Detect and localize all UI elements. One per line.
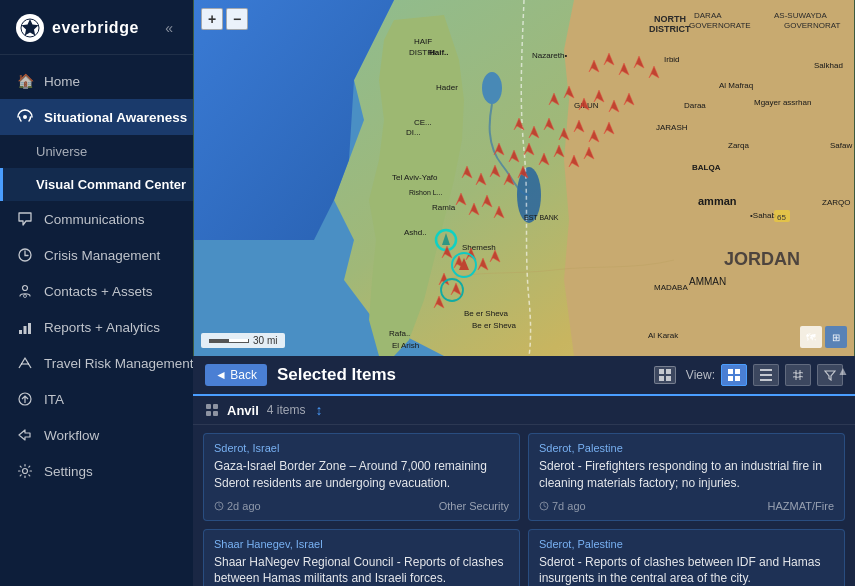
sidebar-item-home[interactable]: 🏠 Home bbox=[0, 63, 193, 99]
sidebar-item-reports-analytics[interactable]: Reports + Analytics bbox=[0, 309, 193, 345]
svg-text:Daraa: Daraa bbox=[684, 101, 706, 110]
sidebar-item-label: Settings bbox=[44, 464, 93, 479]
sidebar-item-contacts-assets[interactable]: Contacts + Assets bbox=[0, 273, 193, 309]
svg-rect-110 bbox=[728, 369, 733, 374]
sidebar-item-label: Reports + Analytics bbox=[44, 320, 160, 335]
svg-rect-109 bbox=[666, 376, 671, 381]
card-time-0: 2d ago bbox=[214, 500, 261, 512]
incident-card-0[interactable]: Sderot, Israel Gaza-Israel Border Zone –… bbox=[203, 433, 520, 521]
panel-sub-header: Anvil 4 items ↕ bbox=[193, 396, 855, 425]
sidebar-item-label: Universe bbox=[36, 144, 87, 159]
svg-text:MADABA: MADABA bbox=[654, 283, 688, 292]
card-footer-1: 7d ago HAZMAT/Fire bbox=[539, 500, 834, 512]
svg-text:NORTH: NORTH bbox=[654, 14, 686, 24]
scale-label: 30 mi bbox=[253, 335, 277, 346]
sidebar-item-settings[interactable]: Settings bbox=[0, 453, 193, 489]
list-view-button[interactable] bbox=[753, 364, 779, 386]
svg-text:DISTRI..: DISTRI.. bbox=[409, 48, 440, 57]
sidebar-item-label: Home bbox=[44, 74, 80, 89]
svg-rect-117 bbox=[206, 404, 211, 409]
group-icon bbox=[205, 403, 219, 417]
reports-icon bbox=[16, 318, 34, 336]
svg-point-9 bbox=[23, 469, 28, 474]
clock-icon-0 bbox=[214, 501, 224, 511]
logo-area: everbridge « bbox=[0, 0, 193, 55]
incident-card-2[interactable]: Shaar Hanegev, Israel Shaar HaNegev Regi… bbox=[203, 529, 520, 586]
zoom-in-button[interactable]: + bbox=[201, 8, 223, 30]
ita-icon bbox=[16, 390, 34, 408]
svg-text:JARASH: JARASH bbox=[656, 123, 688, 132]
svg-text:JORDAN: JORDAN bbox=[724, 249, 800, 269]
back-button[interactable]: ◄ Back bbox=[205, 364, 267, 386]
sidebar-item-label: Situational Awareness bbox=[44, 110, 187, 125]
svg-rect-115 bbox=[760, 374, 772, 376]
sidebar: everbridge « 🏠 Home Situational Awarenes… bbox=[0, 0, 193, 586]
svg-point-16 bbox=[482, 72, 502, 104]
panel-collapse-button[interactable]: ▲ bbox=[837, 364, 849, 378]
svg-rect-120 bbox=[213, 411, 218, 416]
sidebar-item-communications[interactable]: Communications bbox=[0, 201, 193, 237]
card-description-0: Gaza-Israel Border Zone – Around 7,000 r… bbox=[214, 458, 509, 492]
svg-text:DI...: DI... bbox=[406, 128, 421, 137]
sidebar-item-travel-risk[interactable]: Travel Risk Management bbox=[0, 345, 193, 381]
card-description-1: Sderot - Firefighters responding to an i… bbox=[539, 458, 834, 492]
svg-text:GOVERNORAT: GOVERNORAT bbox=[784, 21, 840, 30]
svg-text:BALQA: BALQA bbox=[692, 163, 721, 172]
sidebar-item-ita[interactable]: ITA bbox=[0, 381, 193, 417]
svg-point-4 bbox=[24, 295, 27, 298]
svg-text:Be er Sheva: Be er Sheva bbox=[472, 321, 517, 330]
svg-text:Safaw: Safaw bbox=[830, 141, 852, 150]
view-label: View: bbox=[686, 368, 715, 382]
panel-title: Selected Items bbox=[277, 365, 644, 385]
sidebar-item-visual-command-center[interactable]: Visual Command Center bbox=[0, 168, 193, 201]
sidebar-item-universe[interactable]: Universe bbox=[0, 135, 193, 168]
incident-card-1[interactable]: Sderot, Palestine Sderot - Firefighters … bbox=[528, 433, 845, 521]
map-container[interactable]: NORTH DISTRICT DARAA GOVERNORATE AS-SUWA… bbox=[193, 0, 855, 356]
sidebar-collapse-button[interactable]: « bbox=[161, 18, 177, 38]
svg-text:Shemesh: Shemesh bbox=[462, 243, 496, 252]
main-content: NORTH DISTRICT DARAA GOVERNORATE AS-SUWA… bbox=[193, 0, 855, 586]
svg-text:Nazareth•: Nazareth• bbox=[532, 51, 567, 60]
svg-rect-118 bbox=[213, 404, 218, 409]
card-description-2: Shaar HaNegev Regional Council - Reports… bbox=[214, 554, 509, 586]
svg-text:HAIF: HAIF bbox=[414, 37, 432, 46]
svg-text:•Sahab: •Sahab bbox=[750, 211, 776, 220]
logo-icon bbox=[16, 14, 44, 42]
svg-rect-119 bbox=[206, 411, 211, 416]
svg-rect-112 bbox=[728, 376, 733, 381]
contacts-icon bbox=[16, 282, 34, 300]
svg-rect-6 bbox=[24, 326, 27, 334]
card-tag-0: Other Security bbox=[439, 500, 509, 512]
svg-text:Mgayer assrhan: Mgayer assrhan bbox=[754, 98, 811, 107]
svg-text:Hader: Hader bbox=[436, 83, 458, 92]
svg-rect-113 bbox=[735, 376, 740, 381]
incident-card-3[interactable]: Sderot, Palestine Sderot - Reports of cl… bbox=[528, 529, 845, 586]
card-location-0: Sderot, Israel bbox=[214, 442, 509, 454]
card-time-1: 7d ago bbox=[539, 500, 586, 512]
svg-point-3 bbox=[23, 286, 28, 291]
map-view-button[interactable] bbox=[785, 364, 811, 386]
svg-text:El Arish: El Arish bbox=[392, 341, 419, 350]
svg-text:AMMAN: AMMAN bbox=[689, 276, 726, 287]
grid-layout-button[interactable] bbox=[654, 366, 676, 384]
svg-rect-106 bbox=[659, 369, 664, 374]
sidebar-item-workflow[interactable]: Workflow bbox=[0, 417, 193, 453]
sidebar-item-crisis-management[interactable]: Crisis Management bbox=[0, 237, 193, 273]
zoom-out-button[interactable]: − bbox=[226, 8, 248, 30]
svg-text:Ramla: Ramla bbox=[432, 203, 456, 212]
sidebar-item-label: Contacts + Assets bbox=[44, 284, 152, 299]
card-tag-1: HAZMAT/Fire bbox=[768, 500, 834, 512]
grid-options bbox=[654, 366, 676, 384]
sort-button[interactable]: ↕ bbox=[315, 402, 322, 418]
sidebar-navigation: 🏠 Home Situational Awareness Universe Vi… bbox=[0, 55, 193, 586]
selected-items-panel: ▲ ◄ Back Selected Items View: bbox=[193, 356, 855, 586]
svg-rect-111 bbox=[735, 369, 740, 374]
svg-text:Ashd..: Ashd.. bbox=[404, 228, 427, 237]
svg-text:Salkhad: Salkhad bbox=[814, 61, 843, 70]
svg-text:65: 65 bbox=[777, 213, 786, 222]
svg-text:CE...: CE... bbox=[414, 118, 432, 127]
grid-view-button[interactable] bbox=[721, 364, 747, 386]
sidebar-item-situational-awareness[interactable]: Situational Awareness bbox=[0, 99, 193, 135]
card-location-3: Sderot, Palestine bbox=[539, 538, 834, 550]
map-zoom-controls: + − bbox=[201, 8, 248, 30]
